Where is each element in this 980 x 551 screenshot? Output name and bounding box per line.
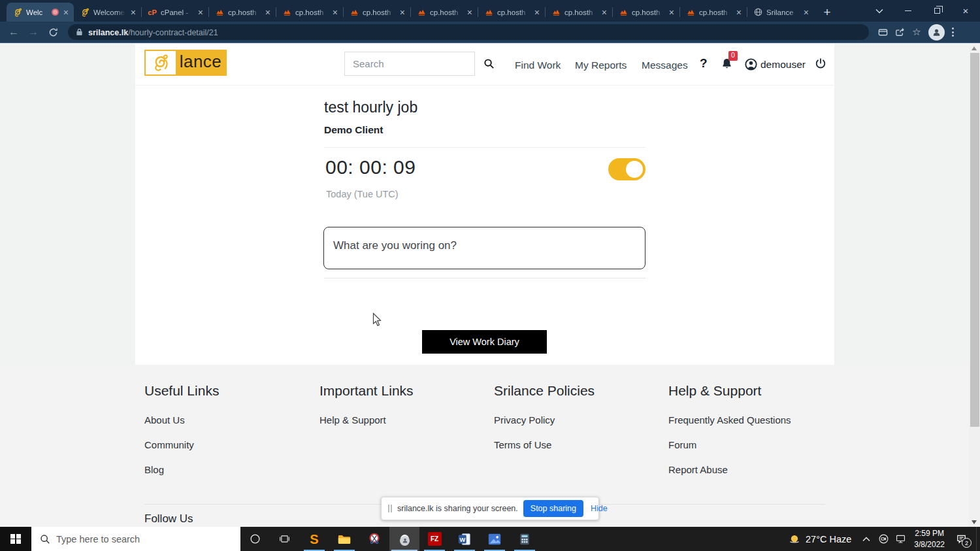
- browser-tab[interactable]: cp.hosth×: [545, 3, 612, 22]
- tab-close-icon[interactable]: ×: [735, 8, 743, 17]
- taskbar-app-calculator[interactable]: [510, 527, 540, 551]
- task-view-icon[interactable]: [270, 527, 299, 551]
- browser-tab[interactable]: cp.hosth×: [478, 3, 545, 22]
- tab-title: cp.hosth: [363, 8, 395, 16]
- footer-link[interactable]: Terms of Use: [494, 439, 661, 450]
- browser-tab[interactable]: cp.hosth×: [208, 3, 276, 22]
- job-title: test hourly job: [324, 99, 417, 116]
- search-icon[interactable]: [483, 58, 495, 72]
- timer-toggle[interactable]: [608, 158, 645, 180]
- clock-date: 3/8/2022: [914, 539, 945, 550]
- tab-title: cp.hosth: [632, 8, 664, 16]
- action-center-icon[interactable]: 2: [950, 533, 972, 545]
- tab-close-icon[interactable]: ×: [802, 8, 810, 17]
- user-menu[interactable]: demouser: [745, 58, 806, 71]
- weather-label[interactable]: 27°C Haze: [806, 534, 851, 544]
- browser-profile-avatar[interactable]: [928, 24, 945, 41]
- back-button[interactable]: ←: [4, 26, 24, 38]
- stop-sharing-button[interactable]: Stop sharing: [523, 500, 583, 517]
- taskbar-app-explorer[interactable]: [329, 527, 359, 551]
- weather-icon[interactable]: [786, 533, 803, 546]
- tab-close-icon[interactable]: ×: [129, 8, 137, 17]
- browser-tab[interactable]: cp.hosth×: [679, 3, 747, 22]
- work-memo-input[interactable]: [323, 227, 645, 269]
- tab-close-icon[interactable]: ×: [62, 8, 70, 17]
- taskbar-app-photos[interactable]: [480, 527, 510, 551]
- hide-share-bar-link[interactable]: Hide: [589, 504, 610, 513]
- tab-close-icon[interactable]: ×: [600, 8, 608, 17]
- show-desktop-button[interactable]: [976, 527, 980, 551]
- minimize-button[interactable]: [894, 0, 923, 22]
- browser-tab[interactable]: cPcPanel -×: [141, 3, 208, 22]
- view-work-diary-button[interactable]: View Work Diary: [422, 330, 547, 354]
- tab-close-icon[interactable]: ×: [668, 8, 676, 17]
- footer-link[interactable]: Report Abuse: [668, 464, 835, 475]
- address-bar[interactable]: srilance.lk/hourly-contract-detail/21: [68, 24, 869, 40]
- srilance-logo[interactable]: lance: [144, 50, 227, 76]
- footer-link[interactable]: Forum: [668, 439, 835, 450]
- notification-count-badge: 0: [728, 51, 738, 61]
- tab-close-icon[interactable]: ×: [197, 8, 204, 17]
- browser-tab[interactable]: Welc×: [7, 3, 74, 22]
- start-button[interactable]: [0, 527, 31, 551]
- bookmark-star-icon[interactable]: ☆: [908, 26, 925, 38]
- nav-messages[interactable]: Messages: [642, 59, 688, 71]
- forward-button[interactable]: →: [24, 26, 43, 38]
- browser-menu-icon[interactable]: [952, 27, 954, 37]
- snipping-tool-icon: [367, 532, 382, 546]
- taskbar-app-snipping-tool[interactable]: [359, 527, 389, 551]
- clock-time: 2:59 PM: [914, 528, 945, 539]
- drag-handle-icon[interactable]: [388, 505, 392, 512]
- browser-tab[interactable]: Srilance×: [747, 3, 814, 22]
- browser-tab[interactable]: Welcome×: [74, 3, 141, 22]
- footer-link[interactable]: Help & Support: [319, 414, 486, 426]
- cortana-icon[interactable]: [240, 527, 270, 551]
- taskbar-app-chrome[interactable]: [389, 527, 419, 551]
- vertical-scrollbar[interactable]: [969, 44, 980, 527]
- browser-tab[interactable]: cp.hosth×: [343, 3, 410, 22]
- taskbar-app-sublime[interactable]: S: [299, 527, 329, 551]
- host-favicon-icon: [618, 7, 629, 18]
- tray-chevron-up-icon[interactable]: [858, 537, 875, 542]
- taskbar-app-filezilla[interactable]: FZ: [419, 527, 449, 551]
- scroll-up-arrow-icon[interactable]: [972, 46, 977, 50]
- tab-search-chevron-icon[interactable]: [865, 0, 894, 22]
- footer-link[interactable]: Frequently Asked Questions: [668, 414, 835, 426]
- windows-logo-icon: [10, 534, 21, 544]
- url-host: srilance.lk: [88, 28, 128, 37]
- taskbar-search[interactable]: [31, 527, 240, 551]
- site-search-input[interactable]: [344, 52, 475, 76]
- network-icon[interactable]: [892, 533, 909, 544]
- nav-find-work[interactable]: Find Work: [515, 59, 561, 71]
- footer-link[interactable]: About Us: [144, 414, 311, 426]
- new-tab-button[interactable]: +: [818, 3, 836, 22]
- browser-tab[interactable]: cp.hosth×: [612, 3, 679, 22]
- tab-close-icon[interactable]: ×: [533, 8, 541, 17]
- taskbar-search-input[interactable]: [56, 534, 213, 544]
- meet-now-icon[interactable]: [875, 533, 892, 544]
- reload-button[interactable]: [43, 27, 63, 37]
- logout-power-icon[interactable]: [815, 58, 826, 72]
- footer-link[interactable]: Privacy Policy: [494, 414, 661, 426]
- browser-tab[interactable]: cp.hosth×: [410, 3, 478, 22]
- reading-list-icon[interactable]: [874, 27, 891, 38]
- taskbar-app-word[interactable]: W: [449, 527, 480, 551]
- tab-close-icon[interactable]: ×: [466, 8, 474, 17]
- close-window-button[interactable]: ×: [951, 0, 980, 22]
- maximize-button[interactable]: [923, 0, 951, 22]
- tab-close-icon[interactable]: ×: [399, 8, 406, 17]
- scrollbar-thumb[interactable]: [970, 53, 979, 427]
- help-question-icon[interactable]: ?: [700, 56, 708, 71]
- tab-close-icon[interactable]: ×: [331, 8, 339, 17]
- srilance-logo-text: lance: [176, 51, 225, 75]
- footer-link[interactable]: Community: [144, 439, 311, 450]
- tab-close-icon[interactable]: ×: [264, 8, 272, 17]
- recording-indicator-icon: [52, 8, 59, 16]
- footer-link[interactable]: Blog: [144, 464, 311, 475]
- scroll-down-arrow-icon[interactable]: [972, 520, 977, 524]
- nav-my-reports[interactable]: My Reports: [575, 59, 627, 71]
- browser-tab[interactable]: cp.hosth×: [276, 3, 343, 22]
- taskbar-clock[interactable]: 2:59 PM 3/8/2022: [914, 528, 945, 549]
- windows-taskbar: S FZ W 27°C Haz: [0, 527, 980, 551]
- share-icon[interactable]: [891, 27, 908, 38]
